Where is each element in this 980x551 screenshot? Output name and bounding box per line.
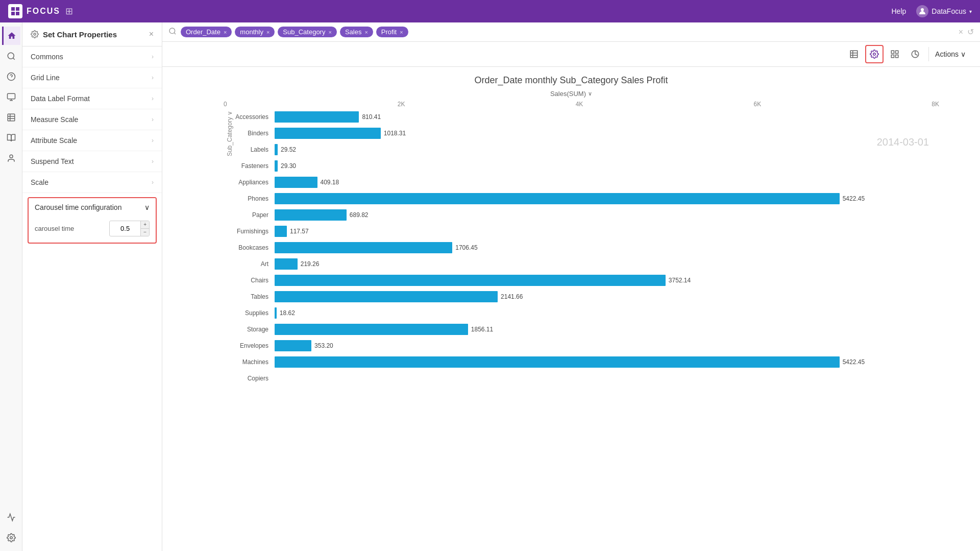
carousel-header[interactable]: Carousel time configuration ∨ (29, 198, 156, 217)
prop-item-data-label-format[interactable]: Data Label Format› (22, 88, 162, 109)
sidebar-item-home[interactable] (2, 27, 20, 45)
bar-wrap: 29.52 (275, 144, 939, 155)
sidebar-item-person[interactable] (2, 149, 20, 167)
actions-dropdown[interactable]: Actions ∨ (928, 47, 972, 61)
svg-line-6 (13, 58, 14, 59)
bar-wrap: 117.57 (275, 226, 939, 237)
svg-rect-29 (891, 55, 894, 58)
carousel-increment-button[interactable]: + (140, 221, 149, 229)
user-name: DataFocus (932, 7, 966, 15)
bar-row: Storage 1856.11 (224, 322, 939, 337)
bar-label: Furnishings (224, 228, 275, 235)
tag-close-sub_category[interactable]: × (328, 29, 331, 35)
bar-wrap: 1706.45 (275, 242, 939, 253)
sidebar-item-book[interactable] (2, 129, 20, 147)
bar-row: Envelopes 353.20 (224, 339, 939, 353)
bar-value: 353.20 (314, 342, 333, 349)
bar-value: 5422.45 (843, 195, 865, 202)
navbar: FOCUS ⊞ Help DataFocus ▾ (0, 0, 980, 22)
bar (275, 291, 498, 302)
search-bar: Order_Date×monthly×Sub_Category×Sales×Pr… (162, 22, 980, 42)
bar (275, 128, 381, 139)
bar-value: 1018.31 (384, 130, 406, 137)
chart-type-button[interactable] (906, 45, 924, 63)
chart-toolbar: Actions ∨ (162, 42, 980, 67)
bar-value: 5422.45 (843, 358, 865, 366)
bar-row: Machines 5422.45 (224, 355, 939, 369)
properties-header-left: Set Chart Properties (31, 30, 117, 39)
prop-item-attribute-scale[interactable]: Attribute Scale› (22, 130, 162, 151)
carousel-section: Carousel time configuration ∨ carousel t… (28, 197, 157, 244)
bar-wrap: 689.82 (275, 209, 939, 221)
properties-close-button[interactable]: × (149, 30, 154, 39)
bar-wrap: 29.30 (275, 160, 939, 172)
bar-wrap: 5422.45 (275, 193, 939, 204)
navbar-logo: FOCUS (8, 4, 60, 18)
bar-row: Labels 29.52 (224, 142, 939, 157)
carousel-decrement-button[interactable]: − (140, 229, 149, 236)
search-clear-icon[interactable]: × (959, 28, 963, 37)
carousel-time-input[interactable] (110, 223, 140, 234)
search-tags: Order_Date×monthly×Sub_Category×Sales×Pr… (181, 27, 954, 37)
prop-item-suspend-text[interactable]: Suspend Text› (22, 151, 162, 172)
bar (275, 324, 468, 335)
tag-close-profit[interactable]: × (400, 29, 403, 35)
svg-rect-0 (11, 7, 15, 11)
bar-chart: Accessories 810.41 Binders 1018.31 Label… (173, 110, 970, 386)
content-area: Order_Date×monthly×Sub_Category×Sales×Pr… (162, 22, 980, 551)
sidebar-item-settings[interactable] (2, 529, 20, 547)
bar-wrap: 810.41 (275, 111, 939, 123)
bar-wrap: 1018.31 (275, 128, 939, 139)
bar (275, 111, 359, 123)
sales-label: Sales(SUM) (550, 90, 586, 98)
table-view-button[interactable] (845, 45, 863, 63)
carousel-title: Carousel time configuration (35, 203, 121, 211)
sidebar-item-help[interactable] (2, 67, 20, 86)
bar (275, 226, 287, 237)
prop-item-scale[interactable]: Scale› (22, 172, 162, 193)
sidebar-item-pulse[interactable] (2, 508, 20, 526)
settings-button[interactable] (865, 45, 884, 63)
tag-close-order_date[interactable]: × (224, 29, 227, 35)
search-icon (168, 27, 177, 37)
carousel-row: carousel time + − (35, 221, 150, 236)
sidebar-item-table[interactable] (2, 108, 20, 127)
prop-item-grid-line[interactable]: Grid Line› (22, 67, 162, 88)
bar-value: 689.82 (350, 211, 369, 219)
x-axis-0: 0 (224, 101, 227, 108)
search-refresh-icon[interactable]: ↺ (967, 27, 974, 37)
user-avatar (916, 5, 928, 17)
tag-close-monthly[interactable]: × (266, 29, 270, 35)
bar-row: Furnishings 117.57 (224, 224, 939, 238)
bar-value: 29.52 (281, 146, 296, 153)
svg-line-20 (174, 33, 176, 34)
bar (275, 258, 298, 270)
bar-row: Binders 1018.31 (224, 126, 939, 140)
user-menu[interactable]: DataFocus ▾ (916, 5, 972, 17)
carousel-body: carousel time + − (29, 217, 156, 243)
bar (275, 307, 277, 319)
sidebar-item-search[interactable] (2, 47, 20, 65)
sales-chevron-icon: ∨ (588, 90, 592, 97)
tag-close-sales[interactable]: × (364, 29, 368, 35)
properties-title: Set Chart Properties (43, 30, 117, 39)
bar-wrap: 219.26 (275, 258, 939, 270)
user-chevron: ▾ (969, 9, 972, 14)
bar-value: 3752.14 (669, 277, 691, 284)
bar-value: 29.30 (281, 162, 296, 170)
svg-rect-2 (11, 12, 15, 15)
bar (275, 209, 347, 221)
bar-wrap: 1856.11 (275, 324, 939, 335)
bar-label: Storage (224, 326, 275, 333)
svg-rect-27 (896, 51, 898, 53)
svg-rect-28 (896, 55, 898, 58)
new-tab-icon[interactable]: ⊞ (65, 6, 73, 17)
bar-wrap: 18.62 (275, 307, 939, 319)
svg-rect-21 (850, 51, 857, 58)
sidebar-item-monitor[interactable] (2, 88, 20, 106)
prop-item-measure-scale[interactable]: Measure Scale› (22, 109, 162, 130)
bar-label: Machines (224, 358, 275, 366)
help-link[interactable]: Help (892, 7, 906, 15)
prop-item-commons[interactable]: Commons› (22, 46, 162, 67)
grid-button[interactable] (886, 45, 904, 63)
